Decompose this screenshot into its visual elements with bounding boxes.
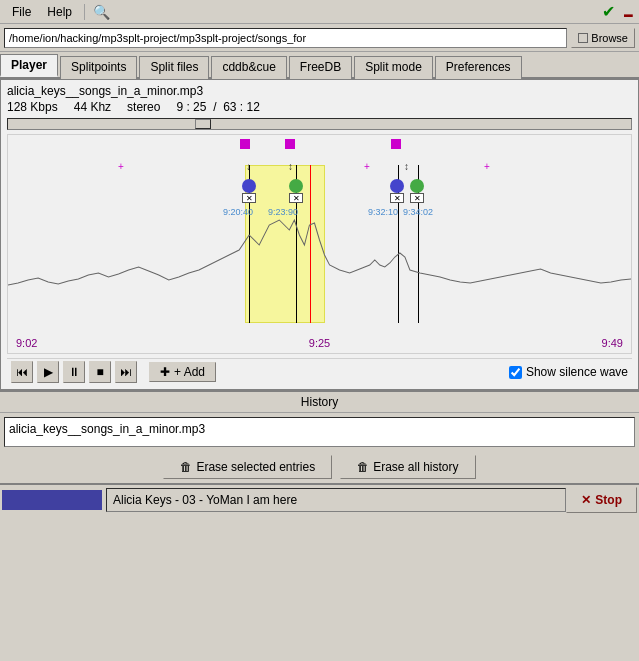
time-label-center: 9:25 bbox=[309, 337, 330, 349]
browse-button[interactable]: Browse bbox=[571, 28, 635, 48]
marker-group-3[interactable]: ✕ bbox=[390, 179, 404, 203]
filepath-bar: Browse bbox=[0, 24, 639, 52]
tab-freedb[interactable]: FreeDB bbox=[289, 56, 352, 79]
rewind-button[interactable]: ⏮ bbox=[11, 361, 33, 383]
forward-button[interactable]: ⏭ bbox=[115, 361, 137, 383]
close-icon[interactable]: 🗕 bbox=[621, 4, 635, 20]
marker-group-2[interactable]: ✕ bbox=[289, 179, 303, 203]
marker-small-1: + bbox=[118, 161, 124, 172]
play-button[interactable]: ▶ bbox=[37, 361, 59, 383]
history-section: History alicia_keys__songs_in_a_minor.mp… bbox=[0, 390, 639, 483]
marker-arrow-2: ↕ bbox=[288, 161, 293, 172]
marker-box-1[interactable]: ✕ bbox=[242, 193, 256, 203]
marker-top-3 bbox=[391, 139, 401, 149]
marker-arrow-3: ↕ bbox=[404, 161, 409, 172]
menubar: File Help 🔍 ✔ 🗕 bbox=[0, 0, 639, 24]
menu-help[interactable]: Help bbox=[39, 3, 80, 21]
stop-label: Stop bbox=[595, 493, 622, 507]
player-panel: alicia_keys__songs_in_a_minor.mp3 128 Kb… bbox=[0, 79, 639, 390]
marker-box-4[interactable]: ✕ bbox=[410, 193, 424, 203]
marker-box-3[interactable]: ✕ bbox=[390, 193, 404, 203]
tab-player[interactable]: Player bbox=[0, 54, 58, 77]
tab-preferences[interactable]: Preferences bbox=[435, 56, 522, 79]
waveform-container: + ↓ ↕ + ↕ + ✕ ✕ ✕ ✕ 9:20:40 9:2 bbox=[7, 134, 632, 354]
marker-top-1 bbox=[240, 139, 250, 149]
progress-track[interactable] bbox=[7, 118, 632, 130]
history-entry[interactable]: alicia_keys__songs_in_a_minor.mp3 bbox=[9, 422, 630, 436]
menu-file[interactable]: File bbox=[4, 3, 39, 21]
erase-all-label: Erase all history bbox=[373, 460, 458, 474]
player-time: 9 : 25 / 63 : 12 bbox=[176, 100, 259, 114]
menubar-separator bbox=[84, 4, 85, 20]
player-info: 128 Kbps 44 Khz stereo 9 : 25 / 63 : 12 bbox=[7, 100, 632, 114]
tabs: Player Splitpoints Split files cddb&cue … bbox=[0, 52, 639, 79]
add-button[interactable]: ✚ + Add bbox=[149, 362, 216, 382]
history-title: History bbox=[0, 392, 639, 413]
waveform-svg bbox=[8, 215, 631, 325]
time-label-left: 9:02 bbox=[16, 337, 37, 349]
marker-circle-green-2[interactable] bbox=[410, 179, 424, 193]
time-labels: 9:02 9:25 9:49 bbox=[8, 337, 631, 349]
silence-wave-checkbox[interactable] bbox=[509, 366, 522, 379]
status-progress-bar bbox=[2, 490, 102, 510]
statusbar: Alicia Keys - 03 - YoMan I am here ✕ Sto… bbox=[0, 483, 639, 515]
silence-wave-toggle[interactable]: Show silence wave bbox=[509, 365, 628, 379]
stop-icon: ✕ bbox=[581, 493, 591, 507]
player-filename: alicia_keys__songs_in_a_minor.mp3 bbox=[7, 84, 632, 98]
browse-label: Browse bbox=[591, 32, 628, 44]
trash-icon-selected: 🗑 bbox=[180, 460, 192, 474]
trash-icon-all: 🗑 bbox=[357, 460, 369, 474]
marker-group-4[interactable]: ✕ bbox=[410, 179, 424, 203]
pause-button[interactable]: ⏸ bbox=[63, 361, 85, 383]
add-label: + Add bbox=[174, 365, 205, 379]
silence-wave-label: Show silence wave bbox=[526, 365, 628, 379]
tab-cddb[interactable]: cddb&cue bbox=[211, 56, 286, 79]
erase-selected-button[interactable]: 🗑 Erase selected entries bbox=[163, 455, 332, 479]
marker-small-3: + bbox=[484, 161, 490, 172]
browse-checkbox bbox=[578, 33, 588, 43]
tab-split-mode[interactable]: Split mode bbox=[354, 56, 433, 79]
erase-selected-label: Erase selected entries bbox=[196, 460, 315, 474]
filepath-input[interactable] bbox=[4, 28, 567, 48]
tab-split-files[interactable]: Split files bbox=[139, 56, 209, 79]
marker-circle-green-1[interactable] bbox=[289, 179, 303, 193]
marker-top-2 bbox=[285, 139, 295, 149]
stop-button[interactable]: ✕ Stop bbox=[566, 487, 637, 513]
menubar-right: ✔ 🗕 bbox=[602, 2, 635, 21]
transport-controls: ⏮ ▶ ⏸ ■ ⏭ ✚ + Add Show silence wave bbox=[7, 358, 632, 385]
player-bitrate: 128 Kbps bbox=[7, 100, 58, 114]
stop-transport-button[interactable]: ■ bbox=[89, 361, 111, 383]
marker-small-2: + bbox=[364, 161, 370, 172]
zoom-icon[interactable]: 🔍 bbox=[93, 4, 110, 20]
marker-group-1[interactable]: ✕ bbox=[242, 179, 256, 203]
player-channels: stereo bbox=[127, 100, 160, 114]
time-label-right: 9:49 bbox=[602, 337, 623, 349]
tab-splitpoints[interactable]: Splitpoints bbox=[60, 56, 137, 79]
history-buttons: 🗑 Erase selected entries 🗑 Erase all his… bbox=[0, 451, 639, 483]
status-text: Alicia Keys - 03 - YoMan I am here bbox=[106, 488, 566, 512]
marker-box-2[interactable]: ✕ bbox=[289, 193, 303, 203]
player-samplerate: 44 Khz bbox=[74, 100, 111, 114]
add-icon: ✚ bbox=[160, 365, 170, 379]
ok-icon: ✔ bbox=[602, 2, 615, 21]
history-list[interactable]: alicia_keys__songs_in_a_minor.mp3 bbox=[4, 417, 635, 447]
marker-circle-blue-1[interactable] bbox=[242, 179, 256, 193]
erase-all-button[interactable]: 🗑 Erase all history bbox=[340, 455, 475, 479]
marker-circle-blue-2[interactable] bbox=[390, 179, 404, 193]
progress-thumb[interactable] bbox=[195, 119, 211, 129]
